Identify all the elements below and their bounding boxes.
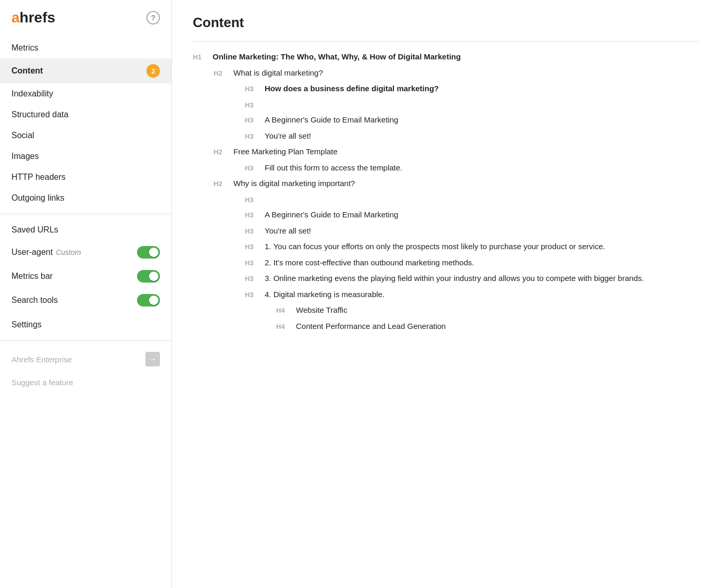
heading-item: H3A Beginner's Guide to Email Marketing [193, 209, 698, 221]
heading-text: Content Performance and Lead Generation [296, 321, 446, 333]
heading-item: H2Free Marketing Plan Template [193, 146, 698, 158]
heading-item: H32. It's more cost-effective than outbo… [193, 257, 698, 269]
toggle-slider-metrics-bar [137, 270, 160, 283]
footer-item-suggest-feature[interactable]: Suggest a feature [0, 372, 171, 393]
heading-text: What is digital marketing? [233, 67, 323, 79]
heading-item: H3You're all set! [193, 130, 698, 142]
heading-text: Online Marketing: The Who, What, Why, & … [213, 51, 461, 63]
heading-item: H3You're all set! [193, 225, 698, 237]
heading-tag: H2 [214, 147, 230, 157]
heading-tag: H2 [214, 68, 230, 79]
heading-tag: H3 [245, 100, 262, 111]
sidebar-item-label-images: Images [11, 152, 39, 161]
heading-item: H1Online Marketing: The Who, What, Why, … [193, 51, 698, 63]
heading-text: Why is digital marketing important? [233, 178, 355, 190]
heading-item: H31. You can focus your efforts on only … [193, 241, 698, 253]
sidebar-item-label-indexability: Indexability [11, 89, 53, 99]
heading-item: H3A Beginner's Guide to Email Marketing [193, 114, 698, 126]
heading-item: H3Fill out this form to access the templ… [193, 162, 698, 174]
heading-text: How does a business define digital marke… [265, 83, 439, 95]
heading-tag: H3 [245, 274, 262, 284]
toggle-row-metrics-bar: Metrics bar [0, 264, 171, 288]
heading-text: A Beginner's Guide to Email Marketing [265, 209, 398, 221]
heading-tag: H3 [245, 226, 262, 237]
heading-tag: H1 [193, 52, 209, 63]
heading-tag: H3 [245, 290, 262, 300]
toggle-text-search-tools: Search tools [11, 296, 58, 305]
settings-nav: Settings [0, 312, 171, 335]
footer-item-label-ahrefs-enterprise: Ahrefs Enterprise [11, 355, 72, 364]
heading-text: Free Marketing Plan Template [233, 146, 338, 158]
toggle-slider-search-tools [137, 294, 160, 307]
heading-text: 3. Online marketing evens the playing fi… [265, 273, 644, 285]
logo-accent: a [11, 9, 20, 26]
logo-area: ahrefs ? [0, 0, 171, 35]
heading-item: H3 [193, 194, 698, 205]
heading-text: Website Traffic [296, 304, 348, 316]
sidebar-item-indexability[interactable]: Indexability [0, 83, 171, 104]
heading-tag: H3 [245, 84, 262, 94]
heading-text: You're all set! [265, 130, 311, 142]
sidebar-nav: MetricsContent2IndexabilityStructured da… [0, 35, 171, 209]
logo: ahrefs [11, 9, 55, 26]
sidebar-item-label-social: Social [11, 131, 34, 140]
heading-tag: H4 [276, 305, 293, 316]
heading-text: A Beginner's Guide to Email Marketing [265, 114, 398, 126]
help-button[interactable]: ? [146, 11, 160, 24]
heading-tag: H3 [245, 131, 262, 142]
heading-tag: H3 [245, 210, 262, 220]
heading-tag: H3 [245, 115, 262, 126]
toggle-row-user-agent: User-agentCustom [0, 240, 171, 264]
content-divider [193, 41, 698, 42]
heading-text: 2. It's more cost-effective than outboun… [265, 257, 474, 269]
saved-urls-text: Saved URLs [11, 225, 58, 235]
nav-divider [0, 214, 171, 214]
sidebar-item-settings[interactable]: Settings [0, 314, 171, 335]
heading-tag: H3 [245, 195, 262, 205]
toggle-label-user-agent: User-agentCustom [11, 248, 81, 257]
toggle-row-search-tools: Search tools [0, 288, 171, 312]
sidebar-item-label-http-headers: HTTP headers [11, 173, 66, 182]
heading-item: H2What is digital marketing? [193, 67, 698, 79]
toggle-label-metrics-bar: Metrics bar [11, 272, 53, 281]
heading-tag: H4 [276, 322, 293, 332]
heading-item: H34. Digital marketing is measurable. [193, 289, 698, 301]
toggle-label-search-tools: Search tools [11, 296, 58, 305]
heading-text: 4. Digital marketing is measurable. [265, 289, 385, 301]
toggle-switch-search-tools[interactable] [137, 294, 160, 307]
toggle-switch-metrics-bar[interactable] [137, 270, 160, 283]
footer-divider [0, 340, 171, 341]
heading-text: Fill out this form to access the templat… [265, 162, 402, 174]
heading-list: H1Online Marketing: The Who, What, Why, … [193, 51, 698, 332]
heading-tag: H3 [245, 242, 262, 252]
arrow-icon-ahrefs-enterprise: → [145, 352, 160, 366]
page-title: Content [193, 15, 698, 31]
sidebar-item-http-headers[interactable]: HTTP headers [0, 167, 171, 188]
heading-item: H4Website Traffic [193, 304, 698, 316]
badge-content: 2 [146, 64, 160, 78]
heading-item: H3 [193, 99, 698, 111]
sidebar-item-label-content: Content [11, 66, 43, 76]
toggle-switch-user-agent[interactable] [137, 246, 160, 259]
sidebar-item-social[interactable]: Social [0, 125, 171, 146]
heading-tag: H2 [214, 179, 230, 189]
sidebar-item-outgoing-links[interactable]: Outgoing links [0, 188, 171, 209]
sidebar-item-structured-data[interactable]: Structured data [0, 104, 171, 125]
heading-tag: H3 [245, 258, 262, 268]
footer-item-label-suggest-feature: Suggest a feature [11, 378, 73, 387]
sidebar-item-images[interactable]: Images [0, 146, 171, 167]
sidebar-item-metrics[interactable]: Metrics [0, 38, 171, 58]
heading-item: H3How does a business define digital mar… [193, 83, 698, 95]
sidebar-item-label-outgoing-links: Outgoing links [11, 193, 64, 203]
toggle-text-metrics-bar: Metrics bar [11, 272, 53, 281]
footer-item-ahrefs-enterprise[interactable]: Ahrefs Enterprise→ [0, 346, 171, 372]
heading-text: You're all set! [265, 225, 311, 237]
sidebar-item-label-metrics: Metrics [11, 43, 39, 53]
heading-text: 1. You can focus your efforts on only th… [265, 241, 605, 253]
heading-item: H4Content Performance and Lead Generatio… [193, 321, 698, 333]
sidebar-item-content[interactable]: Content2 [0, 58, 171, 83]
main-panel: Content H1Online Marketing: The Who, Wha… [172, 0, 719, 588]
toggles-container: User-agentCustomMetrics barSearch tools [0, 240, 171, 312]
sidebar-item-label-structured-data: Structured data [11, 110, 68, 119]
toggle-text-user-agent: User-agent [11, 248, 53, 257]
